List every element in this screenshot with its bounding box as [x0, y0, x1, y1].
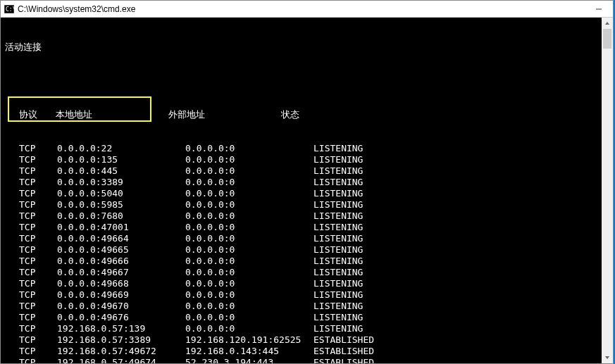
cell-proto: TCP	[19, 165, 57, 177]
cell-state: LISTENING	[313, 222, 363, 233]
minimize-button[interactable]	[585, 1, 613, 17]
cell-local: 192.168.0.57:3389	[57, 334, 185, 346]
vertical-scrollbar[interactable]	[602, 18, 613, 363]
titlebar[interactable]: C:\ C:\Windows\system32\cmd.exe	[1, 1, 613, 18]
svg-marker-3	[605, 22, 609, 25]
cell-local: 0.0.0.0:135	[57, 154, 185, 165]
cell-proto: TCP	[19, 357, 57, 363]
table-row: TCP0.0.0.0:496640.0.0.0:0LISTENING	[5, 233, 609, 244]
cell-proto: TCP	[19, 346, 57, 357]
cell-proto: TCP	[19, 334, 57, 346]
table-row: TCP0.0.0.0:496700.0.0.0:0LISTENING	[5, 301, 609, 312]
table-row: TCP0.0.0.0:496690.0.0.0:0LISTENING	[5, 289, 609, 301]
col-header-foreign: 外部地址	[168, 109, 281, 120]
table-row: TCP192.168.0.57:1390.0.0.0:0LISTENING	[5, 323, 609, 334]
cell-state: LISTENING	[313, 256, 363, 267]
cell-local: 0.0.0.0:49666	[57, 256, 185, 267]
cell-state: ESTABLISHED	[313, 357, 374, 363]
cell-foreign: 0.0.0.0:0	[185, 301, 313, 312]
table-row: TCP0.0.0.0:1350.0.0.0:0LISTENING	[5, 154, 609, 165]
cell-state: ESTABLISHED	[313, 346, 374, 357]
cell-foreign: 52.230.3.194:443	[185, 357, 313, 363]
cell-foreign: 0.0.0.0:0	[185, 278, 313, 289]
cell-state: LISTENING	[313, 154, 363, 165]
cell-foreign: 0.0.0.0:0	[185, 154, 313, 165]
cell-proto: TCP	[19, 199, 57, 211]
cell-foreign: 0.0.0.0:0	[185, 199, 313, 211]
table-row: TCP192.168.0.57:3389192.168.120.191:6252…	[5, 334, 609, 346]
table-row: TCP0.0.0.0:496760.0.0.0:0LISTENING	[5, 312, 609, 323]
cell-proto: TCP	[19, 278, 57, 289]
cell-state: LISTENING	[313, 199, 363, 211]
cmd-window: C:\ C:\Windows\system32\cmd.exe 活动连接 协议 …	[0, 0, 614, 364]
cell-local: 192.168.0.57:49672	[57, 346, 185, 357]
cell-state: LISTENING	[313, 312, 363, 323]
table-row: TCP0.0.0.0:496680.0.0.0:0LISTENING	[5, 278, 609, 289]
cell-proto: TCP	[19, 267, 57, 278]
cell-proto: TCP	[19, 244, 57, 256]
cell-state: LISTENING	[313, 177, 363, 188]
cell-local: 0.0.0.0:3389	[57, 177, 185, 188]
table-row: TCP0.0.0.0:496670.0.0.0:0LISTENING	[5, 267, 609, 278]
cell-local: 0.0.0.0:49670	[57, 301, 185, 312]
title-text: C:\Windows\system32\cmd.exe	[18, 4, 585, 14]
cell-state: LISTENING	[313, 301, 363, 312]
cell-state: LISTENING	[313, 188, 363, 199]
cell-state: LISTENING	[313, 165, 363, 177]
cell-local: 0.0.0.0:49668	[57, 278, 185, 289]
cell-state: LISTENING	[313, 323, 363, 334]
cell-state: LISTENING	[313, 244, 363, 256]
column-headers: 协议 本地地址 外部地址 状态	[5, 109, 609, 120]
cell-foreign: 192.168.0.143:445	[185, 346, 313, 357]
cell-proto: TCP	[19, 177, 57, 188]
terminal-output[interactable]: 活动连接 协议 本地地址 外部地址 状态 TCP0.0.0.0:220.0.0.…	[1, 18, 613, 363]
scroll-up-button[interactable]	[602, 18, 613, 29]
cell-local: 0.0.0.0:49676	[57, 312, 185, 323]
cell-state: LISTENING	[313, 143, 363, 154]
blank-line	[5, 75, 609, 87]
cell-proto: TCP	[19, 188, 57, 199]
cell-local: 0.0.0.0:49669	[57, 289, 185, 301]
table-row: TCP0.0.0.0:4450.0.0.0:0LISTENING	[5, 165, 609, 177]
cell-foreign: 0.0.0.0:0	[185, 244, 313, 256]
cell-proto: TCP	[19, 323, 57, 334]
table-row: TCP0.0.0.0:33890.0.0.0:0LISTENING	[5, 177, 609, 188]
window-controls	[585, 1, 613, 17]
scroll-down-button[interactable]	[602, 352, 613, 363]
cell-state: LISTENING	[313, 289, 363, 301]
table-row: TCP0.0.0.0:59850.0.0.0:0LISTENING	[5, 199, 609, 211]
cell-proto: TCP	[19, 312, 57, 323]
cell-local: 0.0.0.0:5040	[57, 188, 185, 199]
cell-foreign: 0.0.0.0:0	[185, 256, 313, 267]
cell-proto: TCP	[19, 301, 57, 312]
cell-local: 0.0.0.0:49665	[57, 244, 185, 256]
cell-foreign: 0.0.0.0:0	[185, 233, 313, 244]
cell-local: 0.0.0.0:47001	[57, 222, 185, 233]
svg-text:C:\: C:\	[6, 6, 14, 13]
col-header-proto: 协议	[19, 109, 56, 120]
cell-foreign: 0.0.0.0:0	[185, 289, 313, 301]
cell-state: LISTENING	[313, 278, 363, 289]
scroll-thumb[interactable]	[603, 29, 611, 49]
cell-state: LISTENING	[313, 267, 363, 278]
cell-state: LISTENING	[313, 233, 363, 244]
table-row: TCP0.0.0.0:76800.0.0.0:0LISTENING	[5, 211, 609, 222]
rows-container: TCP0.0.0.0:220.0.0.0:0LISTENINGTCP0.0.0.…	[5, 143, 609, 363]
scroll-track[interactable]	[602, 29, 613, 352]
table-row: TCP192.168.0.57:4967452.230.3.194:443EST…	[5, 357, 609, 363]
cell-local: 0.0.0.0:49664	[57, 233, 185, 244]
cell-local: 0.0.0.0:7680	[57, 211, 185, 222]
cell-foreign: 192.168.120.191:62525	[185, 334, 313, 346]
table-row: TCP0.0.0.0:496660.0.0.0:0LISTENING	[5, 256, 609, 267]
col-header-local: 本地地址	[56, 109, 168, 120]
cell-foreign: 0.0.0.0:0	[185, 177, 313, 188]
cell-proto: TCP	[19, 256, 57, 267]
cell-local: 0.0.0.0:5985	[57, 199, 185, 211]
cell-state: ESTABLISHED	[313, 334, 374, 346]
cell-foreign: 0.0.0.0:0	[185, 267, 313, 278]
cell-proto: TCP	[19, 289, 57, 301]
cell-local: 192.168.0.57:139	[57, 323, 185, 334]
cell-foreign: 0.0.0.0:0	[185, 222, 313, 233]
table-row: TCP192.168.0.57:49672192.168.0.143:445ES…	[5, 346, 609, 357]
header-label: 活动连接	[5, 42, 609, 53]
